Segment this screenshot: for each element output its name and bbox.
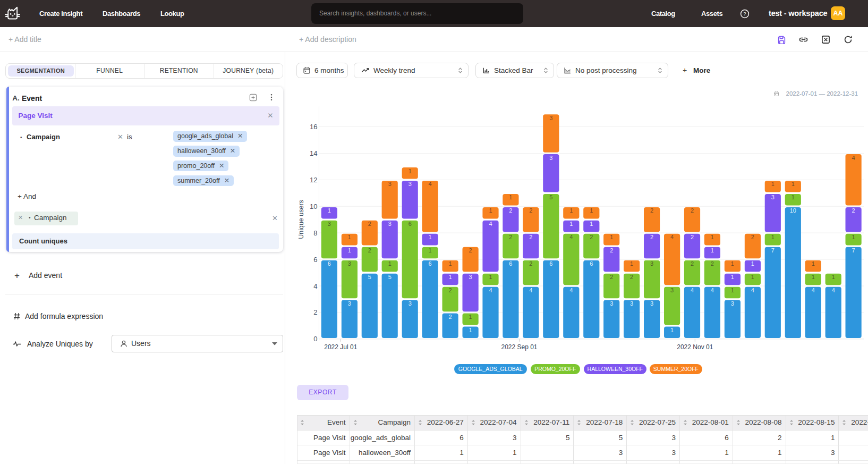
svg-text:7: 7 [771,247,775,254]
svg-text:3: 3 [630,300,633,307]
svg-text:1: 1 [509,194,512,200]
svg-text:1: 1 [348,247,351,254]
svg-text:4: 4 [711,287,714,293]
svg-text:3: 3 [650,260,653,267]
svg-text:4: 4 [313,282,317,290]
svg-text:3: 3 [650,300,653,307]
svg-text:2: 2 [630,274,633,280]
svg-text:1: 1 [449,274,452,280]
svg-text:4: 4 [569,287,573,293]
svg-text:3: 3 [328,221,331,227]
svg-text:2: 2 [529,260,532,267]
svg-text:1: 1 [751,260,754,267]
svg-text:1: 1 [569,221,573,227]
svg-text:2: 2 [449,287,452,293]
svg-text:3: 3 [610,300,613,307]
svg-text:2: 2 [449,314,452,320]
svg-text:1: 1 [731,287,734,293]
svg-text:1: 1 [328,207,331,214]
svg-text:2: 2 [610,247,613,254]
svg-text:2022 Sep 01: 2022 Sep 01 [501,343,537,351]
svg-text:6: 6 [409,221,412,227]
svg-text:2: 2 [711,260,714,267]
svg-text:1: 1 [489,274,492,280]
svg-text:3: 3 [670,287,674,293]
svg-text:6: 6 [549,260,552,267]
svg-text:2: 2 [610,274,613,280]
svg-text:3: 3 [409,181,412,187]
svg-text:2: 2 [650,207,653,214]
svg-text:4: 4 [691,287,694,293]
svg-text:2022 Jul 01: 2022 Jul 01 [324,343,357,351]
svg-text:2: 2 [469,247,472,254]
svg-text:5: 5 [368,274,371,280]
svg-text:3: 3 [549,155,552,161]
svg-text:2: 2 [751,234,754,240]
svg-text:2022 Nov 01: 2022 Nov 01 [677,343,713,351]
svg-text:4: 4 [489,221,492,227]
svg-text:0: 0 [313,335,317,343]
svg-text:2: 2 [529,207,532,214]
svg-text:1: 1 [590,207,593,214]
svg-text:3: 3 [771,194,775,200]
svg-text:3: 3 [388,181,392,187]
svg-text:4: 4 [852,155,855,161]
svg-text:1: 1 [590,221,593,227]
svg-text:1: 1 [751,274,754,280]
svg-text:14: 14 [310,149,317,157]
svg-text:4: 4 [832,287,835,293]
svg-text:2: 2 [509,234,512,240]
svg-text:4: 4 [670,234,674,240]
svg-text:1: 1 [388,260,392,267]
svg-text:4: 4 [812,287,815,293]
svg-text:12: 12 [310,176,317,184]
svg-text:2: 2 [313,308,317,316]
svg-text:2: 2 [368,247,371,254]
svg-text:1: 1 [469,327,472,333]
svg-text:1: 1 [711,234,714,240]
svg-text:1: 1 [569,207,573,214]
svg-text:6: 6 [509,260,512,267]
svg-text:1: 1 [610,234,613,240]
svg-text:1: 1 [489,207,492,214]
svg-text:3: 3 [549,115,552,121]
svg-text:1: 1 [469,314,472,320]
svg-text:1: 1 [630,260,633,267]
svg-text:6: 6 [313,256,317,264]
svg-text:1: 1 [792,194,795,200]
svg-text:1: 1 [429,247,432,254]
svg-text:1: 1 [429,234,432,240]
svg-text:5: 5 [388,274,392,280]
svg-text:4: 4 [429,181,432,187]
svg-text:3: 3 [731,300,734,307]
svg-text:1: 1 [348,234,351,240]
svg-text:6: 6 [328,260,331,267]
svg-text:1: 1 [771,181,775,187]
svg-text:Unique users: Unique users [297,200,305,239]
svg-text:1: 1 [832,274,835,280]
svg-text:1: 1 [771,234,775,240]
svg-text:1: 1 [731,260,734,267]
svg-text:1: 1 [670,327,674,333]
svg-text:6: 6 [590,260,593,267]
svg-text:2: 2 [650,234,653,240]
svg-text:16: 16 [310,123,317,131]
svg-text:2: 2 [691,207,694,214]
svg-text:3: 3 [409,300,412,307]
svg-text:10: 10 [310,203,317,210]
svg-text:1: 1 [812,260,815,267]
svg-text:3: 3 [388,221,392,227]
svg-text:4: 4 [569,234,573,240]
svg-text:2: 2 [691,260,694,267]
svg-text:4: 4 [751,287,754,293]
svg-text:2: 2 [529,234,532,240]
svg-text:8: 8 [313,229,317,237]
svg-text:10: 10 [790,207,796,214]
svg-text:3: 3 [348,300,351,307]
svg-text:3: 3 [469,274,472,280]
svg-text:3: 3 [348,260,351,267]
svg-text:1: 1 [449,260,452,267]
svg-text:2: 2 [852,207,855,214]
svg-text:5: 5 [549,194,552,200]
svg-text:2: 2 [368,221,371,227]
